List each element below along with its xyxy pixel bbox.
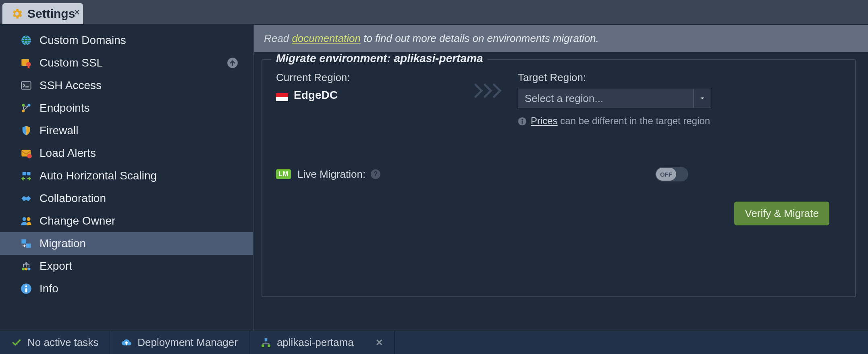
deployment-manager-tab[interactable]: Deployment Manager bbox=[110, 331, 249, 354]
svg-point-18 bbox=[28, 268, 31, 271]
content-area: Read documentation to find out more deta… bbox=[254, 25, 868, 331]
deployment-manager-label: Deployment Manager bbox=[137, 336, 238, 349]
documentation-link[interactable]: documentation bbox=[292, 32, 361, 44]
prices-note-rest: can be different in the target region bbox=[558, 115, 710, 126]
svg-rect-4 bbox=[21, 82, 31, 90]
sidebar-item-endpoints[interactable]: Endpoints bbox=[0, 97, 253, 119]
sidebar-item-label: Auto Horizontal Scaling bbox=[39, 169, 157, 182]
tasks-status[interactable]: No active tasks bbox=[0, 331, 110, 354]
sidebar-item-label: Custom Domains bbox=[39, 34, 126, 47]
current-region-label: Current Region: bbox=[276, 71, 461, 84]
help-icon[interactable]: ? bbox=[370, 169, 381, 179]
sidebar-item-label: Change Owner bbox=[39, 214, 115, 227]
svg-point-20 bbox=[25, 285, 27, 287]
settings-sidebar: Custom Domains Custom SSL SSH Access End… bbox=[0, 25, 254, 331]
sidebar-item-info[interactable]: Info bbox=[0, 277, 253, 300]
svg-point-16 bbox=[22, 268, 25, 271]
sidebar-item-label: Custom SSL bbox=[39, 56, 103, 69]
sidebar-item-collaboration[interactable]: Collaboration bbox=[0, 187, 253, 210]
live-migration-label: Live Migration: bbox=[297, 168, 365, 181]
sidebar-item-label: Load Alerts bbox=[39, 147, 96, 160]
mail-alert-icon bbox=[20, 147, 32, 159]
shield-icon bbox=[20, 125, 32, 137]
svg-rect-23 bbox=[276, 97, 288, 101]
svg-rect-22 bbox=[276, 93, 288, 97]
svg-point-9 bbox=[27, 154, 32, 158]
certificate-icon bbox=[20, 57, 32, 69]
current-region-name: EdgeDC bbox=[294, 89, 338, 102]
gear-icon bbox=[10, 7, 23, 20]
environment-tab[interactable]: aplikasi-pertama ✕ bbox=[249, 331, 395, 354]
svg-point-12 bbox=[23, 217, 26, 221]
banner-post-text: to find out more details on environments… bbox=[361, 32, 599, 44]
sidebar-item-label: Firewall bbox=[39, 124, 78, 137]
live-migration-toggle[interactable]: OFF bbox=[655, 167, 688, 181]
terminal-icon bbox=[20, 79, 32, 92]
verify-migrate-button[interactable]: Verify & Migrate bbox=[734, 202, 829, 225]
prices-link[interactable]: Prices bbox=[531, 115, 558, 126]
svg-rect-11 bbox=[27, 172, 30, 175]
svg-point-17 bbox=[25, 268, 28, 271]
target-region-select[interactable]: Select a region... bbox=[518, 89, 711, 108]
sidebar-item-firewall[interactable]: Firewall bbox=[0, 119, 253, 142]
sidebar-item-label: SSH Access bbox=[39, 79, 102, 92]
chevron-down-icon bbox=[693, 89, 711, 108]
sidebar-item-label: Export bbox=[39, 260, 72, 273]
sidebar-item-custom-ssl[interactable]: Custom SSL bbox=[0, 52, 253, 74]
info-small-icon bbox=[518, 117, 527, 126]
environment-name: aplikasi-pertama bbox=[277, 336, 354, 349]
svg-rect-31 bbox=[268, 344, 270, 347]
current-region-value: EdgeDC bbox=[276, 89, 461, 102]
sidebar-item-ssh-access[interactable]: SSH Access bbox=[0, 74, 253, 97]
sidebar-item-change-owner[interactable]: Change Owner bbox=[0, 210, 253, 232]
select-placeholder: Select a region... bbox=[525, 92, 603, 105]
svg-rect-21 bbox=[25, 288, 27, 293]
tab-title: Settings bbox=[27, 7, 75, 21]
sidebar-item-load-alerts[interactable]: Load Alerts bbox=[0, 142, 253, 165]
close-icon[interactable] bbox=[73, 5, 81, 12]
endpoints-icon bbox=[20, 102, 32, 114]
prices-note: Prices can be different in the target re… bbox=[518, 115, 711, 127]
svg-rect-29 bbox=[265, 338, 268, 341]
sidebar-item-export[interactable]: Export bbox=[0, 255, 253, 277]
svg-rect-10 bbox=[23, 172, 26, 175]
sidebar-item-migration[interactable]: Migration bbox=[0, 232, 253, 255]
cloud-upload-icon bbox=[121, 337, 132, 348]
svg-rect-26 bbox=[522, 121, 523, 124]
nodes-icon bbox=[261, 337, 271, 348]
flag-indonesia-icon bbox=[276, 91, 288, 99]
svg-rect-14 bbox=[21, 239, 26, 244]
close-icon[interactable]: ✕ bbox=[376, 337, 383, 348]
export-icon bbox=[20, 260, 32, 272]
check-icon bbox=[11, 337, 22, 348]
upload-icon[interactable] bbox=[226, 57, 239, 69]
tasks-status-text: No active tasks bbox=[27, 336, 98, 349]
toggle-knob: OFF bbox=[656, 168, 676, 181]
svg-point-25 bbox=[521, 119, 523, 121]
documentation-banner: Read documentation to find out more deta… bbox=[254, 25, 868, 52]
users-icon bbox=[20, 215, 32, 227]
window-tabstrip: Settings bbox=[0, 0, 868, 25]
fieldset-legend: Migrate environment: aplikasi-pertama bbox=[271, 52, 488, 65]
globe-icon bbox=[20, 34, 32, 46]
sidebar-item-custom-domains[interactable]: Custom Domains bbox=[0, 29, 253, 52]
svg-rect-30 bbox=[262, 344, 264, 347]
banner-pre-text: Read bbox=[264, 32, 292, 44]
target-region-label: Target Region: bbox=[518, 71, 841, 84]
svg-rect-15 bbox=[26, 244, 31, 248]
sidebar-item-label: Migration bbox=[39, 237, 86, 250]
sidebar-item-label: Info bbox=[39, 282, 58, 295]
status-bar: No active tasks Deployment Manager aplik… bbox=[0, 331, 868, 354]
lm-badge: LM bbox=[276, 169, 291, 179]
svg-text:?: ? bbox=[374, 170, 378, 178]
sidebar-item-label: Collaboration bbox=[39, 192, 106, 205]
svg-point-13 bbox=[27, 217, 30, 221]
scaling-icon bbox=[20, 170, 32, 182]
sidebar-item-auto-horizontal-scaling[interactable]: Auto Horizontal Scaling bbox=[0, 165, 253, 187]
handshake-icon bbox=[20, 192, 32, 204]
info-icon bbox=[20, 283, 32, 295]
arrow-right-icon bbox=[461, 71, 518, 99]
migrate-icon bbox=[20, 237, 32, 250]
sidebar-item-label: Endpoints bbox=[39, 102, 90, 115]
settings-tab[interactable]: Settings bbox=[2, 3, 83, 24]
